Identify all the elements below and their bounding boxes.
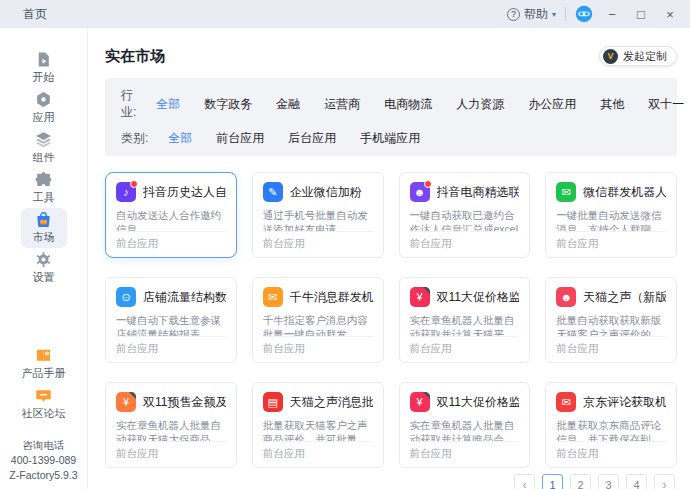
page-button-2[interactable]: 2 bbox=[570, 474, 591, 489]
filter-label: 类别: bbox=[121, 130, 148, 147]
help-button[interactable]: ? 帮助 ▾ bbox=[507, 6, 556, 23]
page-button-1[interactable]: 1 bbox=[542, 474, 563, 489]
app-card-desc: 自动发送达人合作邀约信息 bbox=[116, 208, 226, 231]
filter-option[interactable]: 人力资源 bbox=[456, 96, 504, 113]
douyin-icon: ♪ bbox=[116, 182, 136, 202]
app-card-header: ✉京东评论获取机器人 bbox=[556, 392, 666, 412]
manual-icon bbox=[35, 347, 52, 364]
tab-home[interactable]: 首页 bbox=[23, 6, 47, 23]
sidebar-link-manual[interactable]: 产品手册 bbox=[21, 344, 67, 384]
app-card-title: 千牛消息群发机器人 bbox=[290, 289, 373, 306]
app-card-tag: 前台应用 bbox=[116, 447, 158, 459]
price-monitor-icon: ¥ bbox=[410, 287, 430, 307]
app-card-title: 双11预售金额及价... bbox=[143, 394, 226, 411]
start-icon bbox=[35, 51, 52, 68]
presale-price-icon: ¥ bbox=[116, 392, 136, 412]
sidebar-item-start[interactable]: 开始 bbox=[21, 48, 67, 88]
page-button-4[interactable]: 4 bbox=[626, 474, 647, 489]
app-card-header: ✉千牛消息群发机器人 bbox=[263, 287, 373, 307]
filter-option[interactable]: 双十一 bbox=[648, 96, 684, 113]
sidebar-item-apps[interactable]: 应用 bbox=[21, 88, 67, 128]
filter-option[interactable]: 其他 bbox=[600, 96, 624, 113]
app-card[interactable]: ☻天猫之声（新版）...批量自动获取获取新版天猫客户之声评价的相关信息。前台应用 bbox=[545, 277, 677, 363]
titlebar-controls: ? 帮助 ▾ − □ × bbox=[507, 5, 680, 23]
app-card-header: ✉微信群发机器人 bbox=[556, 182, 666, 202]
app-card[interactable]: ☻抖音电商精选联盟...一键自动获取已邀约合作达人信息汇总成excel前台应用 bbox=[399, 172, 531, 258]
app-card[interactable]: ✉京东评论获取机器人批量获取京东商品评论信息，并下载保存到本地。前台应用 bbox=[545, 382, 677, 468]
filter-option[interactable]: 前台应用 bbox=[216, 130, 264, 147]
app-card[interactable]: ¥双11预售金额及价...实在章鱼机器人批量自动获取天猫大促商品预售价活动信..… bbox=[105, 382, 237, 468]
assistant-robot-icon[interactable] bbox=[575, 5, 593, 23]
settings-icon bbox=[35, 251, 52, 268]
app-card[interactable]: ¥双11大促价格监控...实在章鱼机器人批量自动获取并计算天猫平台双11大促期.… bbox=[399, 277, 531, 363]
forum-icon bbox=[35, 387, 52, 404]
page-button-3[interactable]: 3 bbox=[598, 474, 619, 489]
filter-option[interactable]: 数字政务 bbox=[204, 96, 252, 113]
app-card-footer: 前台应用 bbox=[410, 441, 520, 461]
app-card-desc: 批量自动获取获取新版天猫客户之声评价的相关信息。 bbox=[556, 313, 666, 336]
app-card[interactable]: ⊙店铺流量结构数据...一键自动下载生意参谋店铺流量结构报表。前台应用 bbox=[105, 277, 237, 363]
filter-option[interactable]: 后台应用 bbox=[288, 130, 336, 147]
filter-option[interactable]: 全部 bbox=[168, 130, 192, 147]
price-monitor-icon: ¥ bbox=[410, 392, 430, 412]
sidebar-item-label: 应用 bbox=[33, 110, 55, 125]
tmall-voice-msg-icon: ▤ bbox=[263, 392, 283, 412]
question-circle-icon: ? bbox=[507, 8, 520, 21]
app-card-title: 微信群发机器人 bbox=[583, 184, 666, 201]
contact-block: 咨询电话 400-1399-089 Z-Factory5.9.3 bbox=[9, 438, 77, 483]
close-button[interactable]: × bbox=[660, 7, 680, 22]
customize-button[interactable]: V 发起定制 bbox=[599, 46, 677, 66]
sidebar-link-label: 社区论坛 bbox=[22, 406, 66, 421]
filter-option[interactable]: 电商物流 bbox=[384, 96, 432, 113]
minimize-button[interactable]: − bbox=[602, 7, 622, 22]
sidebar-link-forum[interactable]: 社区论坛 bbox=[21, 384, 67, 424]
app-card-desc: 批量获取京东商品评论信息，并下载保存到本地。 bbox=[556, 418, 666, 441]
prev-page-button[interactable]: ‹ bbox=[514, 474, 535, 489]
market-page: 实在市场 V 发起定制 行业:全部数字政务金融运营商电商物流人力资源办公应用其他… bbox=[88, 28, 690, 489]
jd-comment-icon: ✉ bbox=[556, 392, 576, 412]
app-card[interactable]: ▤天猫之声消息批量...批量获取天猫客户之声商品评价，并可批量回复。前台应用 bbox=[252, 382, 384, 468]
app-card-title: 双11大促价格监控... bbox=[437, 289, 520, 306]
app-card[interactable]: ¥双11大促价格监控...实在章鱼机器人批量自动获取并计算唯品会平台双11大促.… bbox=[399, 382, 531, 468]
filter-option[interactable]: 办公应用 bbox=[528, 96, 576, 113]
wecom-addfans-icon: ✎ bbox=[263, 182, 283, 202]
app-card-tag: 前台应用 bbox=[410, 237, 452, 249]
app-card-tag: 前台应用 bbox=[116, 342, 158, 354]
app-card-tag: 前台应用 bbox=[263, 342, 305, 354]
app-card-header: ♪抖音历史达人自动... bbox=[116, 182, 226, 202]
app-card-title: 企业微信加粉 bbox=[290, 184, 373, 201]
sidebar-item-market[interactable]: 市场 bbox=[21, 208, 67, 248]
contact-label: 咨询电话 bbox=[9, 438, 77, 453]
sidebar-item-label: 组件 bbox=[33, 150, 55, 165]
app-card[interactable]: ♪抖音历史达人自动...自动发送达人合作邀约信息前台应用 bbox=[105, 172, 237, 258]
customize-button-label: 发起定制 bbox=[623, 49, 667, 64]
chevron-down-icon: ▾ bbox=[552, 10, 556, 19]
filter-option[interactable]: 金融 bbox=[276, 96, 300, 113]
filter-option[interactable]: 运营商 bbox=[324, 96, 360, 113]
next-page-button[interactable]: › bbox=[654, 474, 675, 489]
sidebar-nav: 开始应用组件工具市场设置 bbox=[21, 48, 67, 288]
app-card-footer: 前台应用 bbox=[263, 441, 373, 461]
app-card[interactable]: ✉千牛消息群发机器人千牛指定客户消息内容批量一键自动群发。前台应用 bbox=[252, 277, 384, 363]
filter-row-industry: 行业:全部数字政务金融运营商电商物流人力资源办公应用其他双十一 bbox=[121, 87, 661, 121]
filter-option[interactable]: 全部 bbox=[156, 96, 180, 113]
app-card-desc: 千牛指定客户消息内容批量一键自动群发。 bbox=[263, 313, 373, 336]
components-icon bbox=[35, 131, 52, 148]
sidebar-item-settings[interactable]: 设置 bbox=[21, 248, 67, 288]
sidebar: 开始应用组件工具市场设置 产品手册社区论坛 咨询电话 400-1399-089 … bbox=[0, 28, 88, 489]
app-card-desc: 通过手机号批量自动发送添加好友申请 bbox=[263, 208, 373, 231]
sidebar-item-tools[interactable]: 工具 bbox=[21, 168, 67, 208]
v-badge-icon: V bbox=[603, 49, 618, 64]
maximize-button[interactable]: □ bbox=[631, 7, 651, 22]
sidebar-link-label: 产品手册 bbox=[22, 366, 66, 381]
help-label: 帮助 bbox=[524, 6, 548, 23]
app-card[interactable]: ✎企业微信加粉通过手机号批量自动发送添加好友申请前台应用 bbox=[252, 172, 384, 258]
app-card[interactable]: ✉微信群发机器人一键批量自动发送微信消息，支持个人群聊以及图片等内...前台应用 bbox=[545, 172, 677, 258]
market-icon bbox=[35, 211, 52, 228]
app-version: Z-Factory5.9.3 bbox=[9, 468, 77, 483]
app-window: 首页 ? 帮助 ▾ − □ × 开始应用组件工具市场设置 产品手册社区论坛 咨询… bbox=[0, 0, 690, 489]
app-card-footer: 前台应用 bbox=[263, 336, 373, 356]
sidebar-item-components[interactable]: 组件 bbox=[21, 128, 67, 168]
filter-option[interactable]: 手机端应用 bbox=[360, 130, 420, 147]
app-card-title: 抖音历史达人自动... bbox=[143, 184, 226, 201]
